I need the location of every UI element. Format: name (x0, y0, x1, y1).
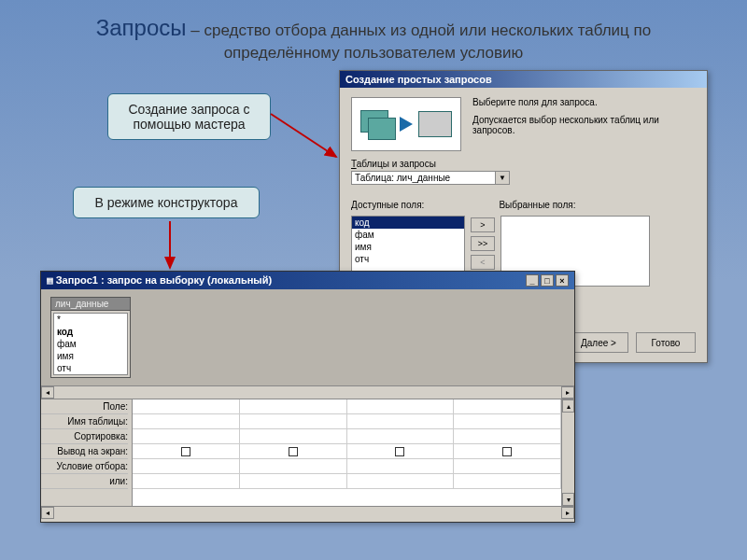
tables-combo-input[interactable] (352, 172, 495, 184)
next-button[interactable]: Далее > (569, 332, 628, 353)
checkbox[interactable] (395, 447, 404, 456)
row-label: Сортировка: (41, 429, 128, 444)
combo-dropdown-icon[interactable]: ▼ (495, 172, 509, 184)
table-box-header: лич_данные (51, 298, 130, 311)
list-item[interactable]: фам (352, 229, 464, 241)
slide-title: Запросы – средство отбора данных из одно… (0, 0, 747, 70)
list-item[interactable]: код (352, 217, 464, 229)
wizard-instruction-2: Допускается выбор нескольких таблиц или … (472, 115, 696, 135)
row-label: Поле: (41, 399, 128, 414)
available-fields-label: Доступные поля: (351, 200, 424, 210)
scroll-left-icon[interactable]: ◂ (41, 386, 54, 399)
designer-tables-pane[interactable]: лич_данные * код фам имя отч ◂ ▸ (41, 289, 574, 399)
field-item[interactable]: имя (54, 350, 127, 362)
scroll-left-icon[interactable]: ◂ (41, 507, 54, 519)
field-item[interactable]: фам (54, 338, 127, 350)
row-label: Условие отбора: (41, 459, 128, 474)
done-button[interactable]: Готово (636, 332, 696, 353)
title-main: Запросы (96, 15, 187, 40)
field-item[interactable]: код (54, 326, 127, 338)
checkbox[interactable] (181, 447, 190, 456)
wizard-title: Создание простых запросов (345, 74, 492, 85)
scroll-right-icon[interactable]: ▸ (561, 507, 574, 519)
svg-line-0 (271, 114, 336, 157)
designer-title: ▦ Запрос1 : запрос на выборку (локальный… (47, 274, 272, 287)
grid-cells-area[interactable] (133, 399, 561, 506)
row-label: Имя таблицы: (41, 414, 128, 429)
callout-designer: В режиме конструктора (73, 187, 260, 218)
move-all-right-button[interactable]: >> (471, 236, 495, 251)
minimize-icon[interactable]: _ (526, 274, 539, 287)
checkbox[interactable] (289, 447, 298, 456)
designer-grid: Поле: Имя таблицы: Сортировка: Вывод на … (41, 399, 574, 506)
title-rest: средство отбора данных из одной или неск… (204, 21, 651, 62)
arrow-to-designer (159, 219, 187, 273)
row-label: Вывод на экран: (41, 444, 128, 459)
wizard-titlebar[interactable]: Создание простых запросов (340, 71, 707, 88)
close-icon[interactable]: × (556, 274, 569, 287)
arrow-to-wizard (269, 108, 342, 162)
horizontal-scrollbar[interactable]: ◂ ▸ (41, 385, 574, 399)
grid-horizontal-scrollbar[interactable]: ◂ ▸ (41, 506, 574, 519)
selected-fields-label: Выбранные поля: (499, 200, 575, 210)
row-label: или: (41, 474, 128, 489)
list-item[interactable]: имя (352, 241, 464, 253)
move-left-button[interactable]: < (471, 255, 495, 270)
designer-titlebar[interactable]: ▦ Запрос1 : запрос на выборку (локальный… (41, 272, 574, 289)
scroll-right-icon[interactable]: ▸ (561, 386, 574, 399)
tables-combo[interactable]: ▼ (351, 171, 510, 185)
checkbox[interactable] (502, 447, 512, 456)
tables-queries-label: Таблицы и запросы (351, 159, 696, 169)
move-right-button[interactable]: > (471, 217, 495, 232)
wizard-instruction-1: Выберите поля для запроса. (472, 97, 696, 107)
scroll-up-icon[interactable]: ▴ (562, 399, 574, 413)
callout-wizard: Создание запроса с помощью мастера (107, 93, 271, 140)
list-item[interactable]: отч (352, 253, 464, 265)
field-item[interactable]: * (54, 314, 127, 326)
table-box[interactable]: лич_данные * код фам имя отч (50, 297, 131, 378)
scroll-down-icon[interactable]: ▾ (562, 493, 574, 506)
field-item[interactable]: отч (54, 362, 127, 374)
wizard-graphic (351, 97, 461, 151)
vertical-scrollbar[interactable]: ▴ ▾ (561, 399, 574, 506)
designer-window: ▦ Запрос1 : запрос на выборку (локальный… (40, 271, 575, 523)
maximize-icon[interactable]: □ (541, 274, 554, 287)
